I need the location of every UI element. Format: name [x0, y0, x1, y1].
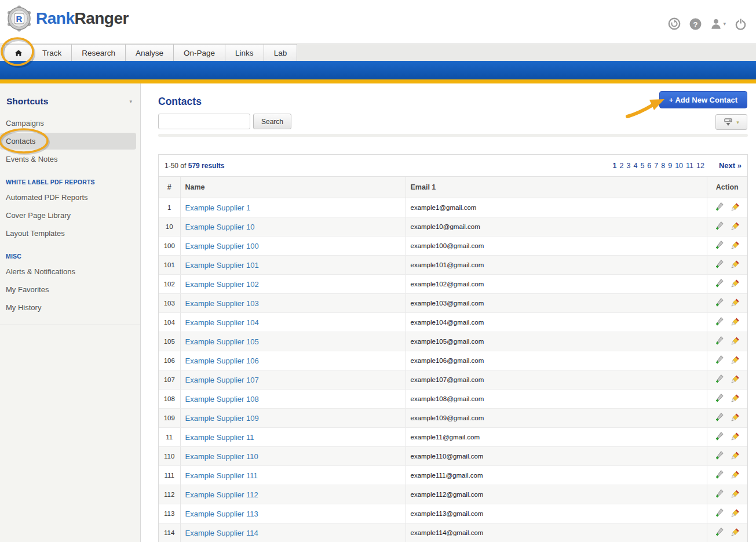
tab-home[interactable] — [5, 44, 32, 61]
edit-pencil-icon[interactable] — [730, 489, 739, 500]
column-header-email[interactable]: Email 1 — [406, 177, 707, 198]
tab-research[interactable]: Research — [72, 44, 126, 61]
contact-actions — [707, 217, 747, 237]
power-icon[interactable] — [735, 18, 747, 30]
help-icon[interactable]: ? — [689, 18, 702, 30]
edit-pencil-icon[interactable] — [730, 355, 739, 366]
contact-actions — [707, 351, 747, 370]
contact-email: example1@gmail.com — [406, 198, 707, 217]
contact-name-link[interactable]: Example Supplier 11 — [185, 433, 254, 442]
contact-name-link[interactable]: Example Supplier 102 — [185, 280, 259, 289]
add-note-pen-icon[interactable] — [715, 221, 724, 232]
add-note-pen-icon[interactable] — [715, 527, 724, 539]
edit-pencil-icon[interactable] — [730, 393, 739, 405]
column-header-name[interactable]: Name — [180, 177, 406, 198]
edit-pencil-icon[interactable] — [730, 450, 739, 462]
pagination-page-10[interactable]: 10 — [675, 162, 683, 170]
sidebar-item-cover-page-library[interactable]: Cover Page Library — [0, 207, 136, 224]
edit-pencil-icon[interactable] — [730, 278, 739, 290]
pagination-page-4[interactable]: 4 — [633, 162, 637, 170]
pagination-page-3[interactable]: 3 — [627, 162, 631, 170]
add-note-pen-icon[interactable] — [715, 240, 724, 252]
add-note-pen-icon[interactable] — [715, 508, 724, 519]
pagination-page-7[interactable]: 7 — [654, 162, 658, 170]
search-input[interactable] — [158, 114, 250, 129]
add-note-pen-icon[interactable] — [715, 202, 724, 213]
sidebar-item-contacts[interactable]: Contacts — [0, 133, 136, 150]
add-note-pen-icon[interactable] — [715, 259, 724, 271]
add-note-pen-icon[interactable] — [715, 431, 724, 443]
add-note-pen-icon[interactable] — [715, 355, 724, 366]
add-note-pen-icon[interactable] — [715, 450, 724, 462]
edit-pencil-icon[interactable] — [730, 374, 739, 385]
pagination-page-1[interactable]: 1 — [613, 162, 617, 170]
refresh-icon[interactable] — [668, 17, 681, 30]
tab-analyse[interactable]: Analyse — [126, 44, 174, 61]
add-note-pen-icon[interactable] — [715, 336, 724, 347]
contact-name-link[interactable]: Example Supplier 103 — [185, 299, 259, 308]
add-note-pen-icon[interactable] — [715, 393, 724, 405]
pagination-page-5[interactable]: 5 — [640, 162, 644, 170]
pagination-page-9[interactable]: 9 — [668, 162, 672, 170]
user-menu-icon[interactable]: ▾ — [710, 18, 726, 30]
contact-name-link[interactable]: Example Supplier 112 — [185, 490, 258, 499]
add-note-pen-icon[interactable] — [715, 470, 724, 481]
export-button[interactable]: ▾ — [715, 114, 747, 130]
tab-on-page[interactable]: On-Page — [174, 44, 225, 61]
edit-pencil-icon[interactable] — [730, 202, 739, 213]
pagination-next-link[interactable]: Next » — [719, 161, 742, 170]
add-note-pen-icon[interactable] — [715, 489, 724, 500]
contact-name-link[interactable]: Example Supplier 10 — [185, 223, 255, 231]
add-note-pen-icon[interactable] — [715, 412, 724, 424]
edit-pencil-icon[interactable] — [730, 336, 739, 347]
pagination-page-6[interactable]: 6 — [647, 162, 651, 170]
sidebar-item-alerts-notifications[interactable]: Alerts & Notifications — [0, 263, 136, 280]
pagination-page-2[interactable]: 2 — [620, 162, 624, 170]
contact-name-link[interactable]: Example Supplier 105 — [185, 337, 259, 346]
sidebar-item-campaigns[interactable]: Campaigns — [0, 115, 136, 132]
contact-name-link[interactable]: Example Supplier 104 — [185, 318, 259, 327]
pagination-page-8[interactable]: 8 — [661, 162, 665, 170]
contact-name-link[interactable]: Example Supplier 107 — [185, 376, 259, 384]
brand-logo[interactable]: R RankRanger — [6, 5, 129, 32]
edit-pencil-icon[interactable] — [730, 221, 739, 232]
sidebar-title-shortcuts[interactable]: Shortcuts ▾ — [0, 83, 140, 114]
edit-pencil-icon[interactable] — [730, 431, 739, 443]
contact-name-link[interactable]: Example Supplier 113 — [185, 510, 258, 518]
tab-track[interactable]: Track — [32, 44, 72, 61]
contact-name-link[interactable]: Example Supplier 114 — [185, 529, 258, 537]
column-header-num[interactable]: # — [159, 177, 180, 198]
edit-pencil-icon[interactable] — [730, 508, 739, 519]
contact-name-link[interactable]: Example Supplier 108 — [185, 395, 259, 403]
contact-name-link[interactable]: Example Supplier 109 — [185, 414, 259, 423]
contact-name-link[interactable]: Example Supplier 106 — [185, 357, 259, 365]
edit-pencil-icon[interactable] — [730, 470, 739, 481]
sidebar-item-my-favorites[interactable]: My Favorites — [0, 281, 136, 298]
sidebar-item-my-history[interactable]: My History — [0, 299, 136, 316]
edit-pencil-icon[interactable] — [730, 259, 739, 271]
add-note-pen-icon[interactable] — [715, 278, 724, 290]
contact-email: example113@gmail.com — [406, 504, 707, 523]
contact-name-link[interactable]: Example Supplier 100 — [185, 242, 259, 250]
contact-name-link[interactable]: Example Supplier 110 — [185, 452, 258, 461]
search-button[interactable]: Search — [253, 114, 291, 129]
sidebar-item-automated-pdf-reports[interactable]: Automated PDF Reports — [0, 189, 136, 206]
pagination-page-12[interactable]: 12 — [696, 162, 704, 170]
edit-pencil-icon[interactable] — [730, 297, 739, 309]
sidebar-item-layout-templates[interactable]: Layout Templates — [0, 225, 136, 242]
add-new-contact-button[interactable]: + Add New Contact — [659, 91, 747, 108]
pagination-page-11[interactable]: 11 — [686, 162, 693, 170]
edit-pencil-icon[interactable] — [730, 412, 739, 424]
contact-name-link[interactable]: Example Supplier 1 — [185, 203, 251, 212]
add-note-pen-icon[interactable] — [715, 297, 724, 309]
edit-pencil-icon[interactable] — [730, 527, 739, 539]
contact-name-link[interactable]: Example Supplier 111 — [185, 471, 258, 480]
tab-lab[interactable]: Lab — [264, 44, 298, 61]
add-note-pen-icon[interactable] — [715, 317, 724, 328]
edit-pencil-icon[interactable] — [730, 317, 739, 328]
edit-pencil-icon[interactable] — [730, 240, 739, 252]
add-note-pen-icon[interactable] — [715, 374, 724, 385]
contact-name-link[interactable]: Example Supplier 101 — [185, 261, 259, 270]
sidebar-item-events-notes[interactable]: Events & Notes — [0, 151, 136, 168]
tab-links[interactable]: Links — [225, 44, 264, 61]
